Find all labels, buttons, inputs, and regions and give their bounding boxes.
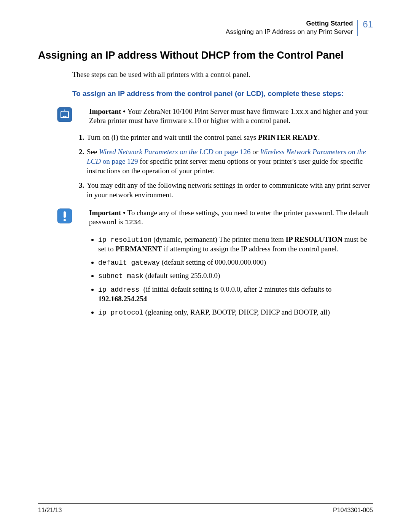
important-icon-printer — [57, 107, 72, 125]
svg-point-4 — [64, 219, 66, 221]
important-note-2: Important • To change any of these setti… — [57, 208, 373, 227]
svg-rect-3 — [64, 211, 66, 218]
procedure-heading: To assign an IP address from the control… — [72, 89, 373, 98]
steps-list: Turn on (I) the printer and wait until t… — [72, 133, 373, 200]
bullet-ip-resolution: ip resolution (dynamic, permanent) The p… — [98, 235, 373, 254]
b5-code: ip protocol — [98, 309, 143, 316]
svg-point-1 — [64, 110, 65, 111]
step1-text-a: Turn on ( — [87, 133, 114, 141]
step2-text-a: See — [87, 148, 99, 156]
b5-text: (gleaning only, RARP, BOOTP, DHCP, DHCP … — [143, 308, 330, 316]
footer-docnum: P1043301-005 — [333, 507, 373, 514]
b1-bold1: IP RESOLUTION — [286, 235, 342, 243]
header-divider — [357, 20, 358, 36]
intro-paragraph: These steps can be used with all printer… — [72, 70, 373, 79]
b1-a: (dynamic, permanent) The printer menu it… — [151, 235, 285, 243]
b2-code: default gateway — [98, 259, 160, 267]
page: Getting Started Assigning an IP Address … — [0, 0, 411, 532]
step1-bold: PRINTER READY — [258, 133, 318, 141]
step1-text-c: . — [318, 133, 320, 141]
bullet-ip-address: ip address (if initial default setting i… — [98, 285, 373, 304]
b1-c: if attempting to assign the IP address f… — [162, 245, 339, 253]
important2-b: . — [141, 218, 143, 226]
important2-code: 1234 — [125, 219, 141, 226]
b1-bold2: PERMANENT — [115, 245, 162, 253]
footer-date: 11/21/13 — [38, 507, 62, 514]
link-wired-page[interactable]: on page 126 — [213, 148, 251, 156]
page-header: Getting Started Assigning an IP Address … — [38, 20, 373, 36]
link-wireless-page[interactable]: on page 129 — [101, 157, 138, 165]
important-note-1: Important • Your ZebraNet 10/100 Print S… — [57, 107, 373, 125]
main-heading: Assigning an IP address Without DHCP fro… — [38, 50, 373, 61]
page-number: 61 — [363, 19, 373, 30]
important2-label: Important • — [89, 209, 127, 217]
b1-code: ip resolution — [98, 236, 151, 244]
bullet-ip-protocol: ip protocol (gleaning only, RARP, BOOTP,… — [98, 308, 373, 317]
step-1: Turn on (I) the printer and wait until t… — [86, 133, 373, 142]
header-chapter: Getting Started — [226, 20, 353, 27]
settings-bullets: ip resolution (dynamic, permanent) The p… — [87, 235, 373, 317]
link-wired-params[interactable]: Wired Network Parameters on the LCD — [99, 148, 213, 156]
important-note-1-text: Important • Your ZebraNet 10/100 Print S… — [73, 107, 373, 125]
bullet-default-gateway: default gateway (default setting of 000.… — [98, 258, 373, 267]
b4-bold: 192.168.254.254 — [98, 295, 147, 303]
b4-a: (if initial default setting is 0.0.0.0, … — [143, 285, 331, 293]
important-note-2-text: Important • To change any of these setti… — [73, 208, 373, 227]
b2-text: (default setting of 000.000.000.000) — [160, 258, 266, 266]
header-section: Assigning an IP Address on any Print Ser… — [226, 28, 353, 36]
step1-text-b: ) the printer and wait until the control… — [116, 133, 258, 141]
step2-or: or — [250, 148, 260, 156]
step-3: You may edit any of the following networ… — [86, 181, 373, 200]
important-icon-exclaim — [57, 208, 72, 227]
page-footer: 11/21/13 P1043301-005 — [38, 503, 373, 514]
step-2: See Wired Network Parameters on the LCD … — [86, 147, 373, 176]
b3-text: (default setting 255.0.0.0) — [143, 272, 220, 280]
header-text-block: Getting Started Assigning an IP Address … — [226, 20, 357, 36]
b3-code: subnet mask — [98, 272, 143, 280]
bullet-subnet-mask: subnet mask (default setting 255.0.0.0) — [98, 271, 373, 281]
b4-code: ip address — [98, 286, 143, 294]
important-label: Important • — [89, 107, 127, 115]
important-text: Your ZebraNet 10/100 Print Server must h… — [89, 107, 368, 125]
